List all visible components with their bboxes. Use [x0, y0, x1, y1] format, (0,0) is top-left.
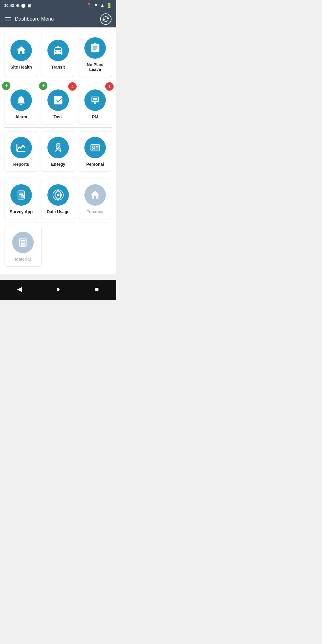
- pm-badge: 1: [105, 82, 114, 91]
- row-divider: [4, 222, 112, 222]
- idcard-icon: [84, 137, 106, 158]
- svg-rect-25: [20, 238, 26, 247]
- task-label: Task: [54, 114, 63, 119]
- card-row-1: +Alarm+4Task1PM: [4, 84, 112, 124]
- energy-icon: [47, 137, 69, 158]
- main-content: Site HealthTransitNo Plan/ Leave+Alarm+4…: [0, 27, 116, 274]
- battery-icon: 🔋: [106, 3, 112, 8]
- task-plus-button[interactable]: +: [39, 82, 47, 90]
- card-material[interactable]: Material: [4, 226, 42, 267]
- card-row-0: Site HealthTransitNo Plan/ Leave: [4, 32, 112, 77]
- card-row-2: ReportsEnergyPersonal: [4, 131, 112, 172]
- navigation-bar: ◀ ● ■: [0, 280, 116, 300]
- card-transit[interactable]: Transit: [41, 32, 75, 77]
- back-button[interactable]: ◀: [13, 283, 26, 296]
- menu-button[interactable]: [5, 17, 11, 21]
- sim-icon: ▣: [27, 3, 31, 8]
- task-icon: [47, 89, 69, 111]
- no-plan-leave-label: No Plan/ Leave: [81, 62, 109, 72]
- svg-rect-1: [56, 99, 61, 99]
- material-label: Material: [15, 257, 31, 261]
- svg-point-0: [57, 46, 59, 48]
- card-no-plan-leave[interactable]: No Plan/ Leave: [78, 32, 112, 77]
- row-divider: [4, 127, 112, 128]
- card-tenancy[interactable]: Tenancy: [78, 179, 112, 219]
- tenancy-label: Tenancy: [87, 209, 103, 214]
- pm-label: PM: [92, 114, 98, 119]
- status-bar: 10:43 ⚙ ⬤ ▣ 📍 ▼ ▲ 🔋: [0, 0, 116, 11]
- circle-icon: ⬤: [21, 3, 26, 8]
- survey-icon: [10, 184, 32, 206]
- svg-point-7: [94, 103, 96, 104]
- card-survey-app[interactable]: Survey App: [4, 179, 38, 219]
- survey-app-label: Survey App: [10, 209, 32, 214]
- row-divider: [4, 80, 112, 80]
- chart-icon: [10, 137, 32, 158]
- alarm-plus-button[interactable]: +: [2, 82, 10, 90]
- wrench-icon: [84, 89, 106, 111]
- signal-icon: ▲: [100, 3, 105, 8]
- card-pm[interactable]: 1PM: [78, 84, 112, 124]
- data-usage-label: Data Usage: [47, 209, 69, 214]
- status-left: 10:43 ⚙ ⬤ ▣: [4, 3, 31, 8]
- car-icon: [47, 40, 69, 61]
- row-divider: [4, 175, 112, 175]
- card-alarm[interactable]: +Alarm: [4, 84, 38, 124]
- reports-label: Reports: [13, 162, 29, 167]
- settings-icon: ⚙: [16, 3, 19, 8]
- svg-point-10: [56, 148, 57, 149]
- material-icon: [12, 232, 34, 253]
- bell-icon: [10, 89, 32, 111]
- task-badge: 4: [68, 82, 77, 91]
- location-icon: 📍: [86, 3, 92, 8]
- card-site-health[interactable]: Site Health: [4, 32, 38, 77]
- recent-button[interactable]: ■: [90, 283, 103, 296]
- svg-rect-16: [18, 191, 24, 199]
- card-data-usage[interactable]: Data Usage: [41, 179, 75, 219]
- wifi-icon: ▼: [94, 3, 98, 8]
- site-health-label: Site Health: [10, 65, 32, 69]
- card-personal[interactable]: Personal: [78, 131, 112, 172]
- personal-label: Personal: [86, 162, 104, 167]
- svg-rect-2: [56, 100, 59, 101]
- card-reports[interactable]: Reports: [4, 131, 38, 172]
- home-button[interactable]: ●: [52, 283, 65, 296]
- status-right: 📍 ▼ ▲ 🔋: [86, 3, 112, 8]
- alarm-label: Alarm: [15, 114, 27, 119]
- home2-icon: [84, 184, 106, 206]
- network-icon: [47, 184, 69, 206]
- refresh-button[interactable]: [100, 13, 112, 25]
- clipboard-icon: [84, 37, 106, 59]
- time: 10:43: [4, 3, 14, 8]
- transit-label: Transit: [51, 65, 65, 69]
- card-row-4: Material: [4, 226, 112, 267]
- home-icon: [10, 40, 32, 61]
- card-energy[interactable]: Energy: [41, 131, 75, 172]
- header-title: Dashboard Menu: [15, 16, 54, 22]
- svg-point-11: [60, 148, 61, 149]
- app-header: Dashboard Menu: [0, 11, 116, 27]
- card-task[interactable]: +4Task: [41, 84, 75, 124]
- card-row-3: Survey AppData UsageTenancy: [4, 179, 112, 219]
- energy-label: Energy: [51, 162, 65, 167]
